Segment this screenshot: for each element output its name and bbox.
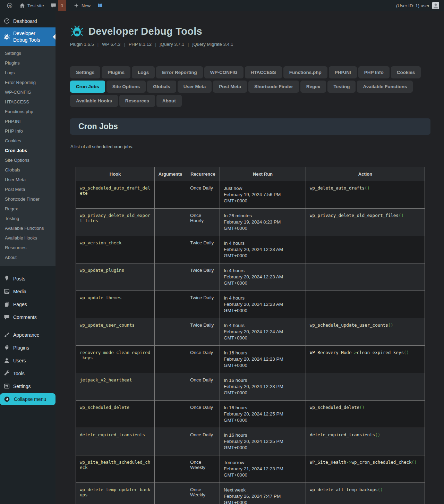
- comment-count-badge[interactable]: 0: [58, 0, 66, 11]
- tab-testing[interactable]: Testing: [327, 81, 356, 93]
- hook-cell: delete_expired_transients: [76, 428, 155, 455]
- next-run-relative: In 16 hours: [224, 377, 302, 384]
- submenu-item[interactable]: PHP.INI: [0, 117, 56, 126]
- tab-php-info[interactable]: PHP Info: [358, 66, 390, 78]
- submenu-item[interactable]: Resources: [0, 243, 56, 253]
- hook-cell: wp_scheduled_delete: [76, 401, 155, 428]
- tab-cookies[interactable]: Cookies: [391, 66, 421, 78]
- sidebar-item-dashboard[interactable]: Dashboard: [0, 15, 56, 27]
- submenu-item[interactable]: Available Hooks: [0, 233, 56, 243]
- divider: [70, 155, 430, 155]
- submenu-item[interactable]: Error Reporting: [0, 78, 56, 87]
- tab-resources[interactable]: Resources: [119, 95, 155, 107]
- tab-regex[interactable]: Regex: [300, 81, 326, 93]
- main-content: W Developer Debug Tools Plugin 1.6.5|WP …: [56, 11, 444, 504]
- meta-item: jQuery Migrate 3.4.1: [193, 42, 233, 47]
- submenu-item[interactable]: PHP Info: [0, 126, 56, 136]
- submenu-item[interactable]: Cron Jobs: [0, 146, 56, 156]
- tab-user-meta[interactable]: User Meta: [178, 81, 212, 93]
- arguments-cell: [155, 428, 186, 455]
- comments-admin-bar[interactable]: [47, 0, 58, 11]
- next-run-relative: In 16 hours: [224, 405, 302, 411]
- submenu-item[interactable]: Globals: [0, 165, 56, 175]
- column-header: Hook: [76, 167, 155, 181]
- tab-site-options[interactable]: Site Options: [106, 81, 146, 93]
- new-content-button[interactable]: New: [70, 0, 94, 11]
- tools-icon: [3, 370, 10, 377]
- pin-icon: [3, 275, 10, 282]
- submenu-item[interactable]: User Meta: [0, 175, 56, 185]
- tab-cron-jobs[interactable]: Cron Jobs: [70, 81, 105, 93]
- submenu-item[interactable]: Shortcode Finder: [0, 194, 56, 204]
- next-run-cell: In 4 hoursFebruary 20, 2024 12:24 AM GMT…: [220, 318, 306, 346]
- collapse-menu-button[interactable]: Collapse menu: [0, 393, 56, 405]
- tab-functions-php[interactable]: Functions.php: [283, 66, 327, 78]
- submenu-item[interactable]: Settings: [0, 49, 56, 58]
- table-row: wp_scheduled_deleteOnce DailyIn 16 hours…: [76, 401, 425, 428]
- tab-available-hooks[interactable]: Available Hooks: [70, 95, 118, 107]
- tab-logs[interactable]: Logs: [132, 66, 155, 78]
- next-run-cell: In 4 hoursFebruary 20, 2024 12:23 AM GMT…: [220, 291, 306, 318]
- next-run-datetime: February 19, 2024 8:23 PM GMT+0000: [224, 219, 302, 232]
- table-row: wp_privacy_delete_old_export_filesOnce H…: [76, 209, 425, 236]
- next-run-datetime: February 20, 2024 12:25 PM GMT+0000: [224, 438, 302, 451]
- sidebar-item-appearance[interactable]: Appearance: [0, 328, 56, 341]
- next-run-cell: In 16 hoursFebruary 20, 2024 12:23 PM GM…: [220, 346, 306, 373]
- account-menu[interactable]: (User ID: 1) user: [396, 2, 441, 9]
- table-body: wp_scheduled_auto_draft_deleteOnce Daily…: [76, 181, 425, 504]
- arguments-cell: [155, 236, 186, 263]
- section-heading: Cron Jobs: [78, 122, 422, 131]
- next-run-relative: In 4 hours: [224, 240, 302, 246]
- submenu-item[interactable]: Testing: [0, 214, 56, 224]
- sidebar-item-settings[interactable]: Settings: [0, 380, 56, 393]
- tab-plugins[interactable]: Plugins: [102, 66, 130, 78]
- sidebar-item-developer-debug-tools[interactable]: W Developer Debug Tools: [0, 27, 56, 46]
- sidebar-item-tools[interactable]: Tools: [0, 367, 56, 380]
- site-name-link[interactable]: Test site: [16, 0, 47, 11]
- action-cell: [306, 373, 425, 401]
- submenu-item[interactable]: Cookies: [0, 136, 56, 146]
- submenu-item[interactable]: Available Functions: [0, 224, 56, 233]
- submenu-item[interactable]: Site Options: [0, 156, 56, 165]
- action-cell: wp_delete_all_temp_backups(): [306, 483, 425, 504]
- wordpress-logo-menu[interactable]: W: [3, 0, 16, 11]
- tab-globals[interactable]: Globals: [147, 81, 176, 93]
- tab-htaccess[interactable]: HTACCESS: [245, 66, 282, 78]
- submenu-item[interactable]: About: [0, 253, 56, 262]
- tab-wp-config[interactable]: WP-CONFIG: [204, 66, 244, 78]
- sidebar-item-users[interactable]: Users: [0, 354, 56, 367]
- sidebar-item-media[interactable]: Media: [0, 285, 56, 298]
- submenu-item[interactable]: HTACCESS: [0, 97, 56, 107]
- home-icon: [19, 2, 25, 9]
- recurrence-cell: Once Weekly: [186, 483, 220, 504]
- tab-post-meta[interactable]: Post Meta: [213, 81, 247, 93]
- tab-available-functions[interactable]: Available Functions: [357, 81, 413, 93]
- table-header-row: HookArgumentsRecurrenceNext RunAction: [76, 167, 425, 181]
- tab-shortcode-finder[interactable]: Shortcode Finder: [248, 81, 299, 93]
- table-row: wp_update_user_countsTwice DailyIn 4 hou…: [76, 318, 425, 346]
- tab-error-reporting[interactable]: Error Reporting: [156, 66, 203, 78]
- submenu-item[interactable]: WP-CONFIG: [0, 87, 56, 97]
- sidebar-item-plugins[interactable]: Plugins: [0, 341, 56, 354]
- submenu-item[interactable]: Plugins: [0, 58, 56, 68]
- hook-cell: wp_update_themes: [76, 291, 155, 318]
- next-run-datetime: February 21, 2024 12:23 PM GMT+0000: [224, 466, 302, 478]
- plus-icon: [73, 2, 79, 9]
- submenu-item[interactable]: Logs: [0, 68, 56, 78]
- sidebar-item-pages[interactable]: Pages: [0, 298, 56, 311]
- tab-php-ini[interactable]: PHP.INI: [329, 66, 357, 78]
- docs-admin-bar[interactable]: [94, 0, 106, 11]
- next-run-cell: In 26 minutesFebruary 19, 2024 8:23 PM G…: [220, 209, 306, 236]
- tab-about[interactable]: About: [156, 95, 182, 107]
- action-cell: wp_delete_auto_drafts(): [306, 181, 425, 209]
- submenu-item[interactable]: Regex: [0, 204, 56, 214]
- cron-jobs-table: HookArgumentsRecurrenceNext RunAction wp…: [76, 167, 425, 504]
- comment-bubble-icon: [50, 2, 57, 9]
- submenu-item[interactable]: Post Meta: [0, 185, 56, 194]
- book-icon: [97, 2, 103, 9]
- sidebar-item-posts[interactable]: Posts: [0, 272, 56, 285]
- tab-settings[interactable]: Settings: [70, 66, 100, 78]
- sidebar-item-label: Settings: [13, 384, 31, 389]
- submenu-item[interactable]: Functions.php: [0, 107, 56, 117]
- sidebar-item-comments[interactable]: Comments: [0, 311, 56, 324]
